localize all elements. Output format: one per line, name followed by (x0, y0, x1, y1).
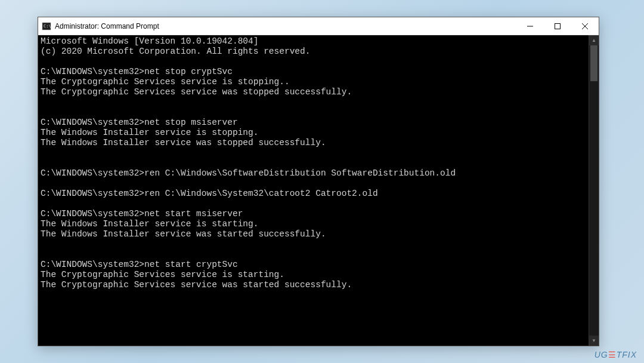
watermark: UG☰TFIX (595, 350, 637, 359)
close-button[interactable] (571, 17, 599, 35)
svg-rect-3 (555, 23, 561, 29)
maximize-button[interactable] (544, 17, 571, 35)
watermark-before: UG (595, 350, 608, 359)
svg-text:C:\: C:\ (44, 24, 51, 29)
scroll-thumb[interactable] (590, 45, 597, 81)
command-prompt-window: C:\ Administrator: Command Prompt Micros… (38, 17, 599, 346)
window-title: Administrator: Command Prompt (55, 22, 516, 30)
console-area[interactable]: Microsoft Windows [Version 10.0.19042.80… (38, 35, 599, 346)
window-controls (516, 17, 599, 35)
scrollbar[interactable]: ▲ ▼ (589, 35, 599, 346)
watermark-arrow-icon: ☰ (608, 350, 617, 359)
watermark-after: TFIX (617, 350, 637, 359)
scroll-up-button[interactable]: ▲ (589, 35, 599, 45)
cmd-icon: C:\ (42, 21, 51, 31)
minimize-button[interactable] (516, 17, 544, 35)
console-output: Microsoft Windows [Version 10.0.19042.80… (38, 35, 589, 346)
scroll-down-button[interactable]: ▼ (589, 336, 599, 346)
titlebar[interactable]: C:\ Administrator: Command Prompt (38, 17, 599, 35)
